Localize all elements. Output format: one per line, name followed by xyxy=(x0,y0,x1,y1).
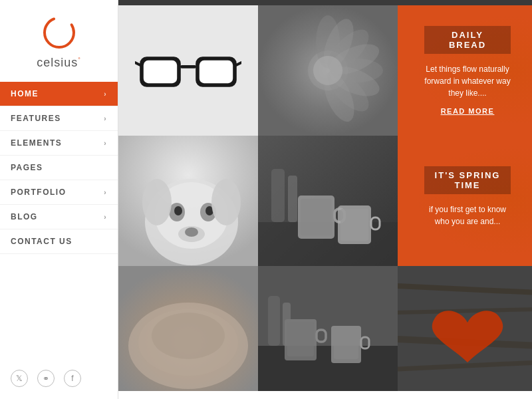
social-icons-bar: 𝕏 ⚭ f xyxy=(0,358,118,399)
arrow-icon: › xyxy=(104,189,107,196)
arrow-icon: › xyxy=(104,115,107,122)
svg-point-29 xyxy=(211,179,241,225)
svg-rect-52 xyxy=(268,296,280,346)
arrow-icon: › xyxy=(104,90,107,98)
bread-image xyxy=(118,266,258,391)
blog-post-1-link[interactable]: READ MORE xyxy=(441,107,495,115)
twitter-icon[interactable]: 𝕏 xyxy=(11,370,28,387)
svg-point-28 xyxy=(142,179,172,225)
svg-rect-47 xyxy=(287,322,314,356)
glasses-cell xyxy=(118,5,258,136)
logo-icon xyxy=(41,15,77,51)
cafe-scene-image xyxy=(258,266,398,391)
puppy-image xyxy=(118,136,258,266)
nav-elements[interactable]: ELEMENTS › xyxy=(0,131,118,156)
svg-point-18 xyxy=(313,56,342,85)
svg-point-0 xyxy=(45,18,74,47)
coffee-image xyxy=(258,136,398,266)
nav-blog[interactable]: BLOG › xyxy=(0,205,118,229)
flower-cell xyxy=(258,5,398,136)
svg-rect-53 xyxy=(283,303,291,346)
flower-image xyxy=(258,5,398,136)
svg-rect-2 xyxy=(144,61,177,83)
glasses-image xyxy=(135,47,241,94)
svg-rect-38 xyxy=(271,169,285,222)
svg-point-23 xyxy=(185,227,198,237)
main-nav: HOME › FEATURES › ELEMENTS › PAGES PORTF… xyxy=(0,82,118,358)
blog-post-2-title: IT'S SPRING TIME xyxy=(424,166,511,194)
image-grid: DAILY BREAD Let things flow naturally fo… xyxy=(118,5,532,399)
blog-post-1-content: DAILY BREAD Let things flow naturally fo… xyxy=(411,19,524,122)
nav-portfolio[interactable]: PORTFOLIO › xyxy=(0,180,118,205)
dribbble-icon[interactable]: ⚭ xyxy=(37,370,55,387)
svg-rect-33 xyxy=(301,199,332,235)
svg-rect-36 xyxy=(340,209,368,241)
main-content: DAILY BREAD Let things flow naturally fo… xyxy=(118,0,532,399)
top-bar xyxy=(118,0,532,5)
svg-point-25 xyxy=(174,206,182,215)
heart-cell xyxy=(398,266,532,391)
svg-line-7 xyxy=(236,63,241,65)
logo-area: celsius° xyxy=(0,0,118,82)
svg-point-43 xyxy=(152,313,225,359)
nav-features[interactable]: FEATURES › xyxy=(0,106,118,131)
svg-rect-4 xyxy=(200,61,233,83)
heart-image xyxy=(398,266,532,391)
svg-rect-39 xyxy=(288,176,297,222)
arrow-icon: › xyxy=(104,213,107,221)
svg-rect-5 xyxy=(180,65,196,68)
blog-post-2-description: if you first get to know who you are and… xyxy=(424,203,511,227)
bread-cell xyxy=(118,266,258,391)
facebook-icon[interactable]: f xyxy=(64,370,81,387)
arrow-icon: › xyxy=(104,140,107,147)
blog-post-1-description: Let things flow naturally forward in wha… xyxy=(424,63,511,99)
blog-post-2-content: IT'S SPRING TIME if you first get to kno… xyxy=(411,149,524,253)
nav-contact[interactable]: CONTACT US xyxy=(0,229,118,254)
svg-line-6 xyxy=(135,63,140,65)
blog-post-2-cell[interactable]: IT'S SPRING TIME if you first get to kno… xyxy=(398,136,532,266)
puppy-cell xyxy=(118,136,258,266)
svg-rect-50 xyxy=(334,329,358,359)
coffee-cell xyxy=(258,136,398,266)
nav-pages[interactable]: PAGES xyxy=(0,156,118,180)
logo-text: celsius° xyxy=(37,56,81,70)
svg-rect-45 xyxy=(258,346,398,391)
cafe-scene-cell xyxy=(258,266,398,391)
blog-post-1-title: DAILY BREAD xyxy=(424,26,511,54)
sidebar: celsius° HOME › FEATURES › ELEMENTS › PA… xyxy=(0,0,118,399)
blog-post-1-cell[interactable]: DAILY BREAD Let things flow naturally fo… xyxy=(398,5,532,136)
nav-home[interactable]: HOME › xyxy=(0,82,118,106)
